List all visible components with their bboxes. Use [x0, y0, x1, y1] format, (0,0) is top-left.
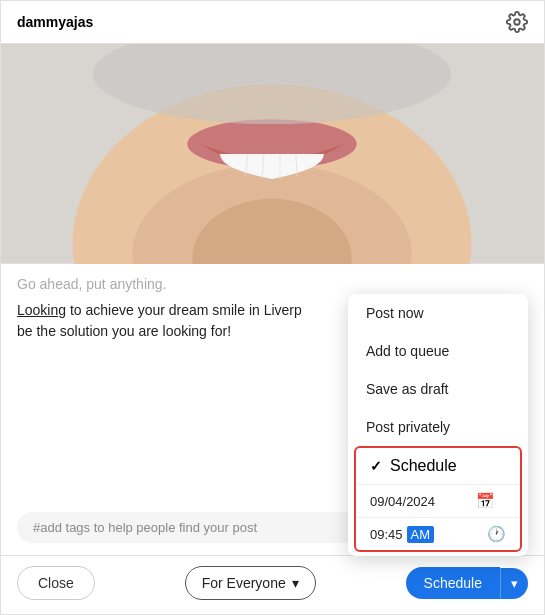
for-everyone-button[interactable]: For Everyone ▾ [185, 566, 316, 600]
post-image [1, 44, 544, 264]
svg-point-0 [514, 19, 520, 25]
clock-icon[interactable]: 🕐 [487, 525, 506, 543]
post-placeholder: Go ahead, put anything. [17, 276, 528, 292]
dropdown-menu: Post now Add to queue Save as draft Post… [348, 294, 528, 556]
save-as-draft-label: Save as draft [366, 381, 449, 397]
am-pm-label[interactable]: AM [407, 526, 435, 543]
gear-icon[interactable] [506, 11, 528, 33]
dropdown-item-save-as-draft[interactable]: Save as draft [348, 370, 528, 408]
date-row[interactable]: 📅 [356, 485, 520, 518]
tags-placeholder: #add tags to help people find your post [33, 520, 257, 535]
post-now-label: Post now [366, 305, 424, 321]
schedule-group: ✓ Schedule 📅 09:45 AM 🕐 [354, 446, 522, 552]
username: dammyajas [17, 14, 93, 30]
check-icon: ✓ [370, 458, 382, 474]
schedule-btn-container: Schedule ▾ [406, 567, 528, 599]
time-hhmm: 09:45 [370, 527, 403, 542]
chevron-down-icon: ▾ [292, 575, 299, 591]
post-text-body: to achieve your dream smile in Liverp [66, 302, 302, 318]
time-row[interactable]: 09:45 AM 🕐 [356, 518, 520, 550]
add-to-queue-label: Add to queue [366, 343, 449, 359]
post-text-underline: Looking [17, 302, 66, 318]
schedule-chevron-icon: ▾ [511, 576, 518, 591]
schedule-button[interactable]: Schedule [406, 567, 500, 599]
dropdown-item-post-privately[interactable]: Post privately [348, 408, 528, 446]
for-everyone-label: For Everyone [202, 575, 286, 591]
calendar-icon[interactable]: 📅 [476, 492, 495, 510]
bottom-bar: Close For Everyone ▾ Schedule ▾ [1, 555, 544, 614]
header: dammyajas [1, 1, 544, 44]
date-input[interactable] [370, 494, 470, 509]
post-privately-label: Post privately [366, 419, 450, 435]
close-button[interactable]: Close [17, 566, 95, 600]
post-text-end: be the solution you are looking for! [17, 323, 231, 339]
face-svg [1, 44, 544, 264]
dropdown-item-post-now[interactable]: Post now [348, 294, 528, 332]
app-container: dammyajas [0, 0, 545, 615]
dropdown-item-add-to-queue[interactable]: Add to queue [348, 332, 528, 370]
schedule-label: Schedule [390, 457, 457, 475]
time-display: 09:45 AM [370, 526, 434, 543]
schedule-row[interactable]: ✓ Schedule [356, 448, 520, 485]
schedule-dropdown-button[interactable]: ▾ [500, 568, 528, 599]
